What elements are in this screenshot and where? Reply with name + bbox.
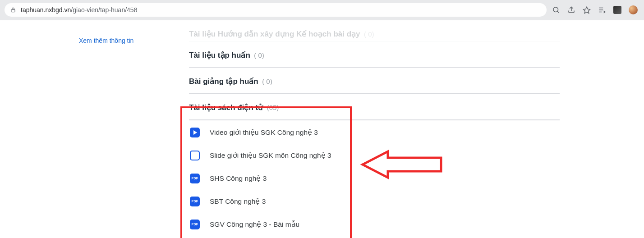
video-icon <box>190 128 200 137</box>
ebook-title: SGV Công nghệ 3 - Bài mẫu <box>210 220 299 229</box>
section-title: Bài giảng tập huấn <box>189 77 258 86</box>
main-column: Tài liệu Hướng dẫn xây dựng Kế hoạch bài… <box>189 20 560 238</box>
sidebar: Xem thêm thông tin <box>79 37 133 45</box>
url-path: /giao-vien/tap-huan/458 <box>71 6 137 14</box>
svg-point-1 <box>553 7 558 12</box>
zoom-icon[interactable] <box>552 6 560 14</box>
section-count: ( 0) <box>364 30 374 38</box>
ebook-item[interactable]: Video giới thiệu SGK Công nghệ 3 <box>189 121 560 144</box>
browser-address-bar: taphuan.nxbgd.vn/giao-vien/tap-huan/458 <box>0 0 644 20</box>
section-title: Tài liệu Hướng dẫn xây dựng Kế hoạch bài… <box>189 30 360 38</box>
section-count: ( 0) <box>262 78 272 85</box>
ebook-item[interactable]: PDF SHS Công nghệ 3 <box>189 167 560 190</box>
ebook-title: SBT Công nghệ 3 <box>210 197 266 206</box>
section-ebooks[interactable]: Tài liệu sách điện tử (05) Video giới th… <box>189 94 560 238</box>
profile-avatar[interactable] <box>629 5 638 14</box>
omnibox[interactable]: taphuan.nxbgd.vn/giao-vien/tap-huan/458 <box>5 3 547 17</box>
section-count: ( 0) <box>254 51 264 59</box>
section-count: (05) <box>267 104 279 111</box>
lock-icon <box>10 7 16 13</box>
ebook-title: SHS Công nghệ 3 <box>210 174 267 183</box>
svg-rect-0 <box>11 9 15 12</box>
ebook-title: Slide giới thiệu SGK môn Công nghệ 3 <box>210 151 331 160</box>
share-icon[interactable] <box>567 6 575 14</box>
browser-action-icons <box>552 5 638 14</box>
url-host: taphuan.nxbgd.vn <box>21 6 71 14</box>
extension-playlist-icon[interactable] <box>598 6 606 14</box>
pdf-icon: PDF <box>190 220 200 229</box>
extension-icon[interactable] <box>613 6 621 14</box>
page-content: Xem thêm thông tin Tài liệu Hướng dẫn xâ… <box>0 20 644 238</box>
svg-marker-7 <box>604 11 606 14</box>
ebook-item[interactable]: PDF SBT Công nghệ 3 <box>189 190 560 213</box>
slide-icon <box>190 151 200 160</box>
pdf-icon: PDF <box>190 197 200 206</box>
ebook-list: Video giới thiệu SGK Công nghệ 3 Slide g… <box>189 121 560 236</box>
more-info-link[interactable]: Xem thêm thông tin <box>79 37 133 44</box>
section-title: Tài liệu tập huấn <box>189 51 250 60</box>
section-title: Tài liệu sách điện tử <box>189 103 263 112</box>
svg-line-2 <box>557 11 559 13</box>
svg-marker-3 <box>584 7 590 13</box>
ebook-item[interactable]: PDF SGV Công nghệ 3 - Bài mẫu <box>189 213 560 236</box>
section-guidance-docs: Tài liệu Hướng dẫn xây dựng Kế hoạch bài… <box>189 20 560 41</box>
star-icon[interactable] <box>583 6 591 14</box>
section-training-docs[interactable]: Tài liệu tập huấn ( 0) <box>189 41 560 68</box>
section-training-lectures[interactable]: Bài giảng tập huấn ( 0) <box>189 68 560 94</box>
ebook-title: Video giới thiệu SGK Công nghệ 3 <box>210 128 318 137</box>
ebook-item[interactable]: Slide giới thiệu SGK môn Công nghệ 3 <box>189 144 560 167</box>
pdf-icon: PDF <box>190 174 200 183</box>
